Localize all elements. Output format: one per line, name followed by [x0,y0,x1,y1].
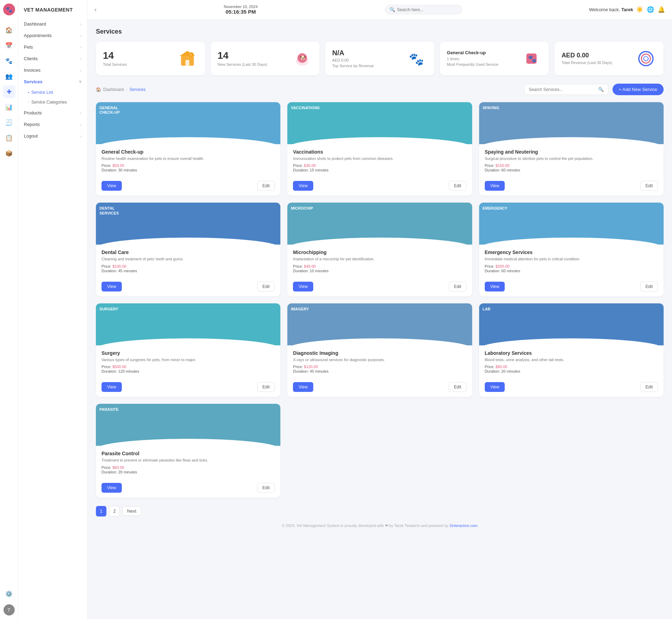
view-service-button[interactable]: View [102,483,122,493]
view-service-button[interactable]: View [485,181,505,191]
sidebar-item-logout[interactable]: Logout › [18,130,87,142]
chevron-icon-reports: › [80,122,82,127]
view-service-button[interactable]: View [485,282,505,291]
svg-point-12 [642,54,651,63]
nav-icon-box[interactable]: 📦 [3,147,15,160]
card-body: Surgery Various types of surgeries for p… [96,349,280,379]
view-service-button[interactable]: View [293,181,313,191]
view-service-button[interactable]: View [102,282,122,291]
edit-service-button[interactable]: Edit [640,181,658,191]
edit-service-button[interactable]: Edit [257,382,275,392]
service-desc: Treatment to prevent or eliminate parasi… [102,458,275,463]
nav-icon-services[interactable]: ✚ [3,85,15,98]
service-price: Price: $40.00 [293,264,466,268]
card-body: Laboratory Services Blood tests, urine a… [479,349,664,379]
sidebar-item-invoices[interactable]: Invoices › [18,64,87,76]
card-body: Spaying and Neutering Surgical procedure… [479,148,664,178]
search-services-icon: 🔍 [598,87,604,92]
stat-label-new: New Services (Last 30 Days) [218,62,267,66]
service-duration: Duration: 15 minutes [293,168,466,172]
view-service-button[interactable]: View [293,382,313,392]
chevron-icon-services: ∨ [79,79,82,84]
service-image-label: LAB [483,307,491,311]
chevron-icon-pets: › [80,45,82,49]
sidebar-item-services[interactable]: Services ∨ [18,76,87,87]
bell-icon[interactable]: 🔔 [658,6,665,13]
service-image-label: DENTALSERVICES [99,206,119,215]
sidebar-label-appointments: Appointments [24,33,52,38]
service-price: Price: $30.00 [293,163,466,168]
edit-service-button[interactable]: Edit [449,382,467,392]
search-services-input[interactable] [529,87,596,92]
nav-icon-home[interactable]: 🏠 [3,24,15,36]
nav-icon-clients[interactable]: 👥 [3,70,15,83]
sidebar-sub-service-categories[interactable]: Service Categories [18,97,87,107]
service-card: IMAGERY Diagnostic Imaging X-rays or ult… [287,303,472,397]
service-desc: Immunization shots to protect pets from … [293,156,466,161]
chevron-icon-invoices: › [80,68,82,72]
view-service-button[interactable]: View [485,382,505,392]
user-avatar[interactable]: T [4,604,15,616]
topbar-search-input[interactable] [397,7,457,12]
service-price: Price: $50.00 [102,163,275,168]
service-duration: Duration: 45 minutes [293,369,466,373]
nav-icon-reports[interactable]: 📊 [3,101,15,113]
sidebar-item-pets[interactable]: Pets › [18,41,87,53]
topbar-right: Welcome back, Tarek ☀️ 🌐 🔔 [589,6,665,13]
nav-icon-settings[interactable]: ⚙️ [3,588,15,600]
nav-icon-invoices[interactable]: 🧾 [3,116,15,129]
stat-left-total-revenue: AED 0.00 Total Revenue (Last 30 Days) [561,52,612,65]
topbar-search[interactable]: 🔍 [385,5,462,14]
card-actions: View Edit [287,178,472,196]
view-service-button[interactable]: View [293,282,313,291]
search-services-bar[interactable]: 🔍 [524,84,608,95]
stat-label-total: Total Services [103,62,127,66]
card-body: Emergency Services Immediate medical att… [479,248,664,279]
edit-service-button[interactable]: Edit [257,282,275,291]
card-actions: View Edit [96,279,280,296]
stat-card-new-services: 14 New Services (Last 30 Days) 🐶 [211,42,320,75]
view-service-button[interactable]: View [102,382,122,392]
service-duration: Duration: 60 minutes [485,269,658,273]
nav-icon-clipboard[interactable]: 📋 [3,132,15,144]
sidebar-item-reports[interactable]: Reports › [18,119,87,130]
stat-card-total-services: 14 Total Services + [96,42,205,75]
sidebar-item-appointments[interactable]: Appointments › [18,30,87,41]
sidebar-item-products[interactable]: Products › [18,107,87,119]
back-button[interactable]: ‹ [94,6,97,13]
stat-card-total-revenue: AED 0.00 Total Revenue (Last 30 Days) [554,42,664,75]
sidebar-item-dashboard[interactable]: Dashboard › [18,18,87,30]
edit-service-button[interactable]: Edit [640,382,658,392]
sidebar-sub-service-list[interactable]: Service List [18,87,87,97]
sidebar-item-clients[interactable]: Clients › [18,53,87,64]
card-actions: View Edit [479,279,664,296]
edit-service-button[interactable]: Edit [449,181,467,191]
page-title: Services [96,28,664,35]
nav-icon-pets[interactable]: 🐾 [3,55,15,67]
footer-link[interactable]: 2interactive.com [449,523,477,528]
service-desc: Implantation of a microchip for pet iden… [293,256,466,262]
service-desc: Immediate medical attention for pets in … [485,256,658,262]
edit-service-button[interactable]: Edit [257,483,275,493]
add-new-service-button[interactable]: + Add New Service [612,84,664,95]
page-next-button[interactable]: Next [122,506,141,516]
topbar-icons: ☀️ 🌐 🔔 [636,6,665,13]
page-btn-1[interactable]: 1 [96,506,106,516]
edit-service-button[interactable]: Edit [257,181,275,191]
view-service-button[interactable]: View [102,181,122,191]
breadcrumb-sep: › [126,87,127,92]
nav-icon-calendar[interactable]: 📅 [3,39,15,52]
edit-service-button[interactable]: Edit [449,282,467,291]
page-btn-2[interactable]: 2 [109,506,120,516]
edit-service-button[interactable]: Edit [640,282,658,291]
svg-text:🐶: 🐶 [300,55,306,61]
service-grid: GENERALCHECK-UP General Check-up Routine… [96,102,664,498]
breadcrumb-home[interactable]: Dashboard [103,87,124,92]
breadcrumb-current: Services [130,87,146,92]
brand-name: VET MANAGEMENT [18,3,87,18]
service-image-label: IMAGERY [291,307,309,311]
sun-icon: ☀️ [636,6,643,13]
service-card: GENERALCHECK-UP General Check-up Routine… [96,102,280,196]
svg-text:🐾: 🐾 [527,54,537,63]
stat-label-revenue: AED 0.00 [332,58,374,62]
